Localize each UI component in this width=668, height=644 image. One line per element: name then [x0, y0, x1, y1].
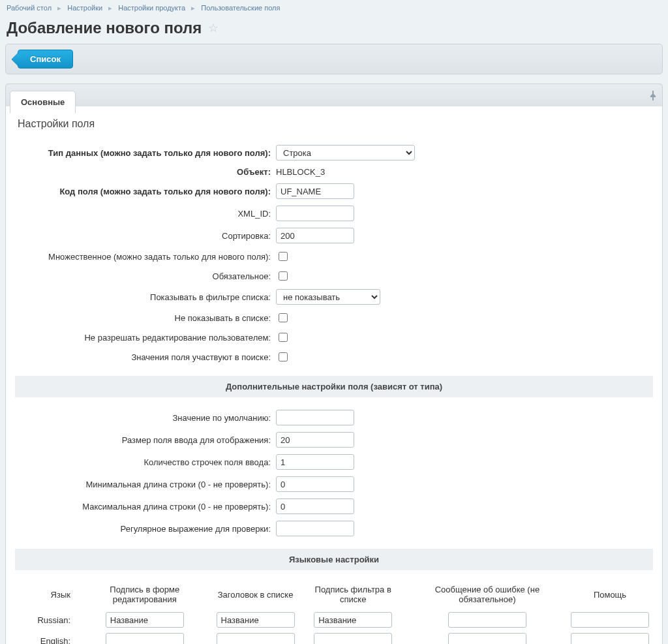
lang-filter-input[interactable]	[314, 612, 392, 628]
lang-list-input[interactable]	[217, 633, 295, 644]
lang-header-list: Заголовок в списке	[213, 579, 299, 609]
label-rows: Количество строчек поля ввода:	[15, 457, 276, 467]
favorite-star-icon[interactable]: ☆	[208, 21, 219, 35]
lang-row-label: English:	[15, 630, 77, 644]
breadcrumb-link[interactable]: Настройки	[67, 4, 102, 12]
label-no-list: Не показывать в списке:	[15, 313, 276, 323]
no-list-checkbox[interactable]	[279, 313, 288, 322]
label-filter: Показывать в фильтре списка:	[15, 292, 276, 302]
object-value: HLBLOCK_3	[276, 167, 325, 177]
lang-header-error: Сообщение об ошибке (не обязательное)	[408, 579, 567, 609]
lang-error-input[interactable]	[448, 612, 526, 628]
label-required: Обязательное:	[15, 271, 276, 281]
label-xml-id: XML_ID:	[15, 209, 276, 219]
min-len-input[interactable]	[276, 476, 354, 492]
label-sort: Сортировка:	[15, 231, 276, 241]
lang-help-input[interactable]	[571, 612, 649, 628]
lang-filter-input[interactable]	[314, 633, 392, 644]
breadcrumb-link[interactable]: Пользовательские поля	[201, 4, 280, 12]
chevron-right-icon: ▸	[57, 4, 61, 12]
section-title: Настройки поля	[18, 118, 653, 130]
lang-error-input[interactable]	[448, 633, 526, 644]
label-object: Объект:	[15, 167, 276, 177]
lang-row-russian: Russian:	[15, 609, 653, 630]
multiple-checkbox[interactable]	[279, 252, 288, 261]
chevron-right-icon: ▸	[108, 4, 112, 12]
lang-row-label: Russian:	[15, 609, 77, 630]
max-len-input[interactable]	[276, 498, 354, 514]
label-data-type: Тип данных (можно задать только для ново…	[15, 148, 276, 158]
label-max-len: Максимальная длина строки (0 - не провер…	[15, 502, 276, 512]
no-edit-checkbox[interactable]	[279, 333, 288, 342]
lang-header-edit: Подпись в форме редактирования	[77, 579, 213, 609]
lang-list-input[interactable]	[217, 612, 295, 628]
lang-edit-input[interactable]	[106, 612, 184, 628]
list-button[interactable]: Список	[18, 50, 73, 69]
size-input[interactable]	[276, 432, 354, 448]
lang-help-input[interactable]	[571, 633, 649, 644]
field-code-input[interactable]	[276, 183, 354, 199]
rows-input[interactable]	[276, 454, 354, 470]
label-field-code: Код поля (можно задать только для нового…	[15, 187, 276, 196]
tab-main[interactable]: Основные	[10, 91, 76, 114]
extra-settings-band: Дополнительные настройки поля (зависят о…	[15, 376, 653, 397]
lang-header-filter: Подпись фильтра в списке	[299, 579, 408, 609]
xml-id-input[interactable]	[276, 206, 354, 221]
required-checkbox[interactable]	[279, 271, 288, 281]
breadcrumb-link[interactable]: Настройки продукта	[118, 4, 185, 12]
tabs-header: Основные	[5, 84, 663, 106]
sort-input[interactable]	[276, 228, 354, 243]
default-input[interactable]	[276, 410, 354, 425]
searchable-checkbox[interactable]	[279, 352, 288, 361]
lang-row-english: English:	[15, 630, 653, 644]
label-no-edit: Не разрешать редактирование пользователе…	[15, 333, 276, 343]
label-multiple: Множественное (можно задать только для н…	[15, 252, 276, 262]
label-min-len: Минимальная длина строки (0 - не проверя…	[15, 480, 276, 489]
label-searchable: Значения поля участвуют в поиске:	[15, 352, 276, 362]
breadcrumb: Рабочий стол ▸ Настройки ▸ Настройки про…	[0, 0, 668, 16]
breadcrumb-link[interactable]: Рабочий стол	[7, 4, 52, 12]
toolbar: Список	[5, 44, 663, 74]
lang-header-help: Помощь	[567, 579, 653, 609]
label-default: Значение по умолчанию:	[15, 413, 276, 423]
language-table: Язык Подпись в форме редактирования Заго…	[15, 579, 653, 644]
label-regex: Регулярное выражение для проверки:	[15, 524, 276, 534]
chevron-right-icon: ▸	[191, 4, 195, 12]
lang-settings-band: Языковые настройки	[15, 549, 653, 570]
regex-input[interactable]	[276, 521, 354, 536]
filter-select[interactable]: не показывать	[276, 289, 380, 305]
lang-edit-input[interactable]	[106, 633, 184, 644]
lang-header-lang: Язык	[15, 579, 77, 609]
pin-icon[interactable]	[644, 87, 662, 106]
page-title: Добавление нового поля	[7, 19, 202, 37]
data-type-select[interactable]: Строка	[276, 145, 415, 161]
tab-body: Настройки поля Тип данных (можно задать …	[5, 106, 663, 644]
label-size: Размер поля ввода для отображения:	[15, 435, 276, 445]
